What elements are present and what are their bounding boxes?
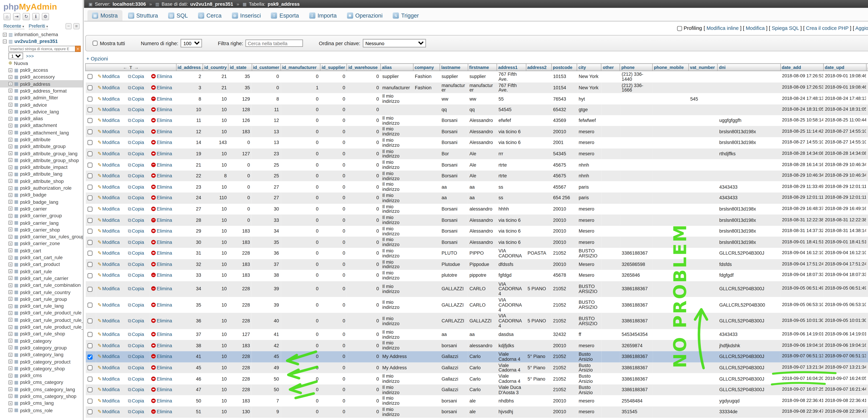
cell-vat_number[interactable]	[688, 171, 717, 181]
cell-alias[interactable]: Il mio indirizzo	[380, 181, 413, 192]
row-checkbox[interactable]	[87, 287, 92, 292]
edit-link[interactable]: Modifica	[102, 228, 120, 234]
cell-phone_mobile[interactable]	[653, 248, 688, 259]
edit-link[interactable]: Modifica	[102, 96, 120, 101]
cell-date_add[interactable]: 2018-09-05 06:51:49	[780, 281, 824, 297]
cell-id_country[interactable]: 10	[203, 93, 228, 104]
row-checkbox[interactable]	[87, 319, 92, 324]
cell-id_manufacturer[interactable]: 0	[281, 407, 320, 418]
sidebar-table-item[interactable]: +▦psk9_cms_lang	[0, 400, 83, 407]
cell-id_state[interactable]: 183	[228, 237, 252, 248]
cell-city[interactable]: mesero	[577, 395, 601, 407]
expand-icon[interactable]: +	[8, 165, 12, 169]
cell-date_upd[interactable]: 2018-09-07 13:21:34	[824, 362, 866, 373]
cell-id_state[interactable]: 183	[228, 259, 252, 270]
cell-lastname[interactable]: Gallazzi	[440, 351, 468, 362]
cell-alias[interactable]: My Address	[380, 362, 413, 373]
cell-phone[interactable]: 3386188367	[620, 281, 652, 297]
cell-id_address[interactable]: 14	[176, 137, 203, 148]
cell-id_address[interactable]: 8	[176, 93, 203, 104]
cell-address1[interactable]: 55	[497, 93, 526, 104]
cell-id_state[interactable]: 0	[228, 137, 252, 148]
cell-phone[interactable]	[620, 181, 652, 192]
cell-date_add[interactable]: 2018-08-28 16:14:16	[780, 159, 824, 171]
cell-dni[interactable]	[717, 71, 780, 82]
sidebar-table-item[interactable]: +▦psk9_attribute_impact	[0, 164, 83, 171]
expand-icon[interactable]: +	[8, 144, 12, 148]
sidebar-table-item[interactable]: +▦psk9_cart_rule_country	[0, 289, 83, 296]
cell-id_supplier[interactable]: 0	[320, 214, 347, 226]
cell-id_address[interactable]: 51	[176, 407, 203, 418]
column-header-address1[interactable]: address1	[497, 64, 526, 71]
edit-link[interactable]: Modifica	[102, 376, 120, 382]
edit-link[interactable]: Modifica	[102, 151, 120, 156]
cell-id_address[interactable]: 47	[176, 384, 203, 395]
sidebar-table-item[interactable]: +▦psk9_attribute_group	[0, 143, 83, 150]
cell-active[interactable]: 1	[866, 71, 868, 82]
cell-dni[interactable]	[717, 82, 780, 93]
cell-company[interactable]	[413, 362, 440, 373]
cell-city[interactable]: Mesero	[577, 226, 601, 237]
cell-vat_number[interactable]	[688, 181, 717, 192]
cell-address1[interactable]: VIA CADORNA 4	[497, 281, 526, 297]
cell-date_add[interactable]: 2018-08-31 14:37:32	[780, 226, 824, 237]
expand-icon[interactable]: +	[8, 394, 12, 398]
cell-phone_mobile[interactable]	[653, 384, 688, 395]
cell-alias[interactable]: Il mio indirizzo	[380, 159, 413, 171]
cell-dni[interactable]: brslsn80l13d198x	[717, 214, 780, 226]
cell-alias[interactable]: Il mio indirizzo	[380, 115, 413, 126]
cell-id_customer[interactable]: 0	[252, 82, 281, 93]
copy-link[interactable]: Copia	[132, 261, 144, 267]
cell-id_manufacturer[interactable]: 0	[281, 270, 320, 281]
cell-date_upd[interactable]: 2018-09-05 10:01:30	[824, 313, 866, 329]
cell-company[interactable]	[413, 137, 440, 148]
cell-id_address[interactable]: 29	[176, 226, 203, 237]
edit-link[interactable]: Modifica	[102, 365, 120, 370]
cell-phone[interactable]	[620, 93, 652, 104]
cell-postcode[interactable]: 20010	[551, 237, 577, 248]
cell-id_country[interactable]: 10	[203, 362, 228, 373]
cell-id_manufacturer[interactable]: 0	[281, 148, 320, 159]
cell-id_customer[interactable]: 50	[252, 384, 281, 395]
copy-link[interactable]: Copia	[132, 173, 144, 179]
cell-other[interactable]	[601, 407, 620, 418]
cell-phone[interactable]	[620, 171, 652, 181]
cell-company[interactable]	[413, 407, 440, 418]
cell-city[interactable]: BUSTO ARSIZIO	[577, 297, 601, 313]
cell-date_upd[interactable]: 2018-09-05 06:53:10	[824, 297, 866, 313]
copy-link[interactable]: Copia	[132, 342, 144, 348]
cell-active[interactable]: 1	[866, 248, 868, 259]
cell-address1[interactable]: via ticino 6	[497, 137, 526, 148]
home-icon[interactable]: ⌂	[3, 13, 11, 20]
cell-city[interactable]: gtge	[577, 104, 601, 115]
cell-dni[interactable]: 4343433	[717, 181, 780, 192]
cell-id_manufacturer[interactable]: 0	[281, 373, 320, 384]
column-header-address2[interactable]: address2	[526, 64, 551, 71]
expand-icon[interactable]: +	[8, 256, 12, 260]
edit-link[interactable]: Modifica	[102, 302, 120, 308]
cell-phone[interactable]	[620, 237, 652, 248]
sidebar-table-item[interactable]: +▦psk9_authorization_role	[0, 185, 83, 191]
cell-other[interactable]	[601, 214, 620, 226]
cell-id_address[interactable]: 36	[176, 313, 203, 329]
cell-id_country[interactable]: 10	[203, 329, 228, 340]
cell-id_state[interactable]: 0	[228, 181, 252, 192]
column-header-firstname[interactable]: firstname	[468, 64, 497, 71]
cell-vat_number[interactable]	[688, 104, 717, 115]
cell-postcode[interactable]: 2001	[551, 137, 577, 148]
cell-id_customer[interactable]: 25	[252, 171, 281, 181]
cell-id_warehouse[interactable]: 0	[347, 82, 380, 93]
cell-other[interactable]	[601, 226, 620, 237]
cell-id_address[interactable]: 30	[176, 237, 203, 248]
sidebar-table-item[interactable]: +▦psk9_address	[0, 81, 83, 87]
sidebar-table-item[interactable]: +▦psk9_attribute_shop	[0, 178, 83, 185]
sidebar-table-item[interactable]: +▦psk9_advice_lang	[0, 108, 83, 115]
cell-alias[interactable]: Il mio indirizzo	[380, 259, 413, 270]
cell-id_state[interactable]: 130	[228, 407, 252, 418]
sidebar-table-item[interactable]: +▦psk9_cart_rule_combination	[0, 282, 83, 289]
cell-alias[interactable]: manufacturer	[380, 82, 413, 93]
cell-firstname[interactable]: pippotre	[468, 270, 497, 281]
cell-id_address[interactable]: 33	[176, 270, 203, 281]
cell-phone_mobile[interactable]	[653, 181, 688, 192]
row-checkbox[interactable]	[87, 410, 92, 415]
